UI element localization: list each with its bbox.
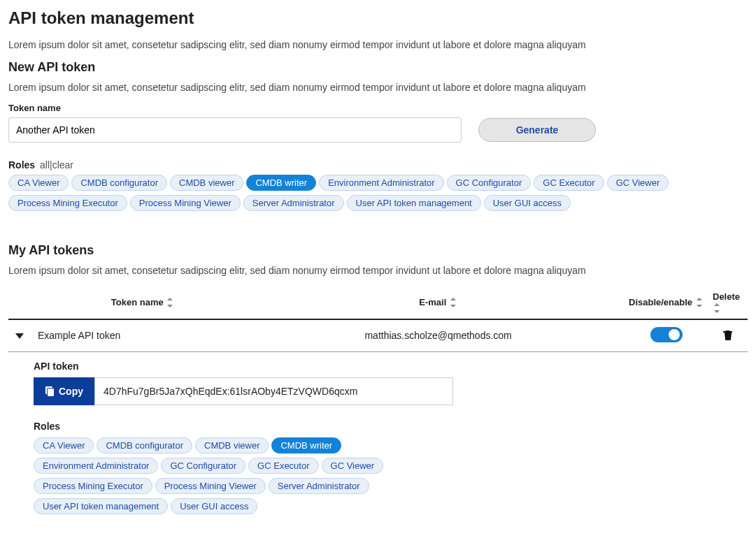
new-token-heading: New API token [8, 60, 748, 75]
my-tokens-heading: My API tokens [8, 243, 748, 258]
role-pill[interactable]: User API token management [347, 195, 481, 211]
my-tokens-description: Lorem ipsum dolor sit amet, consetetur s… [8, 265, 748, 276]
role-pill[interactable]: CMDB writer [271, 437, 341, 453]
token-value[interactable]: 4D7hFu7gBr5Ja7xQhEqdEx:61lsrAOby4ETzVQWD… [94, 377, 453, 405]
page-title: API token management [8, 8, 748, 28]
sort-icon [450, 298, 457, 307]
role-pill[interactable]: Environment Administrator [34, 458, 158, 474]
th-token-name[interactable]: Token name [34, 286, 252, 319]
role-pill[interactable]: GC Viewer [607, 175, 669, 191]
role-pill[interactable]: Process Mining Executor [34, 478, 152, 494]
role-pill[interactable]: CA Viewer [8, 175, 69, 191]
roles-header: Roles all|clear [8, 159, 748, 170]
role-pill[interactable]: User GUI access [171, 498, 257, 514]
role-pill[interactable]: CMDB configurator [71, 175, 167, 191]
roles-all-clear[interactable]: all|clear [40, 159, 73, 170]
sort-icon [167, 298, 174, 307]
tokens-table: Token name E-mail Disable/enable Delete … [8, 286, 748, 352]
cell-email: matthias.scholze@qmethods.com [252, 319, 625, 352]
role-pill[interactable]: Server Administrator [243, 195, 344, 211]
roles-label: Roles [8, 159, 35, 170]
role-pill[interactable]: Process Mining Viewer [130, 195, 241, 211]
th-email[interactable]: E-mail [252, 286, 625, 319]
role-pill[interactable]: Environment Administrator [319, 175, 443, 191]
role-pill[interactable]: CMDB configurator [97, 437, 192, 453]
api-token-label: API token [34, 361, 748, 372]
role-pill[interactable]: Process Mining Viewer [155, 478, 266, 494]
expanded-row-panel: API token Copy 4D7hFu7gBr5Ja7xQhEqdEx:61… [8, 352, 748, 527]
token-name-input[interactable] [8, 117, 462, 143]
th-toggle[interactable]: Disable/enable [625, 286, 708, 319]
roles-pills: CA ViewerCMDB configuratorCMDB viewerCMD… [8, 175, 748, 215]
role-pill[interactable]: CMDB viewer [195, 437, 269, 453]
sort-icon [714, 303, 721, 313]
new-token-description: Lorem ipsum dolor sit amet, consetetur s… [8, 82, 748, 93]
role-pill[interactable]: Process Mining Executor [8, 195, 127, 211]
enable-toggle[interactable] [650, 327, 683, 342]
role-pill[interactable]: GC Viewer [322, 458, 384, 474]
copy-button[interactable]: Copy [34, 377, 94, 405]
copy-icon [45, 386, 55, 396]
delete-icon[interactable] [723, 329, 733, 340]
role-pill[interactable]: User GUI access [484, 195, 571, 211]
sort-icon [697, 298, 704, 307]
page-description: Lorem ipsum dolor sit amet, consetetur s… [8, 39, 748, 50]
table-row: Example API token matthias.scholze@qmeth… [8, 319, 748, 352]
expanded-roles-label: Roles [34, 421, 748, 432]
token-name-label: Token name [8, 103, 748, 113]
generate-button[interactable]: Generate [478, 118, 596, 142]
role-pill[interactable]: GC Configurator [447, 175, 532, 191]
expand-row-icon[interactable] [15, 333, 24, 339]
role-pill[interactable]: CMDB writer [246, 175, 316, 191]
th-delete[interactable]: Delete [708, 286, 748, 319]
role-pill[interactable]: User API token management [34, 498, 168, 514]
expanded-roles-pills: CA ViewerCMDB configuratorCMDB viewerCMD… [34, 437, 439, 518]
role-pill[interactable]: Server Administrator [269, 478, 369, 494]
cell-token-name: Example API token [34, 319, 252, 352]
role-pill[interactable]: GC Executor [248, 458, 318, 474]
role-pill[interactable]: GC Configurator [161, 458, 245, 474]
role-pill[interactable]: CA Viewer [34, 437, 94, 453]
role-pill[interactable]: GC Executor [534, 175, 604, 191]
role-pill[interactable]: CMDB viewer [170, 175, 243, 191]
